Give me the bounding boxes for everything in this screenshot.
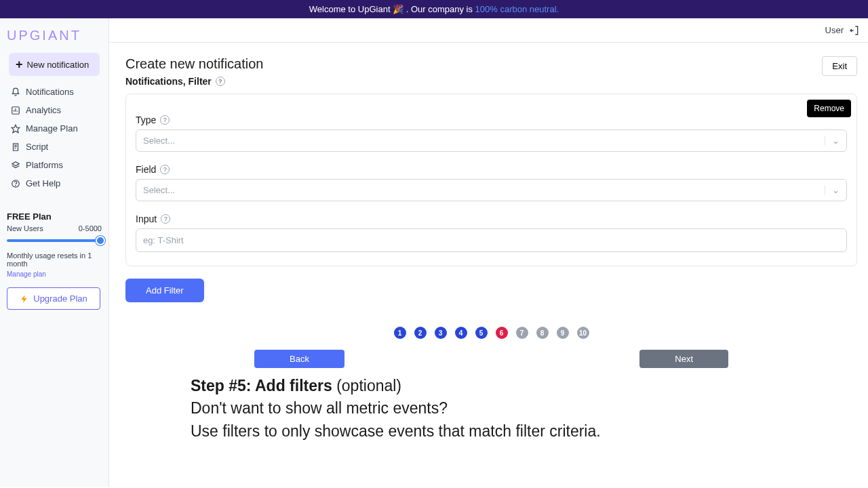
next-button[interactable]: Next xyxy=(639,350,728,368)
logout-icon[interactable] xyxy=(849,25,860,36)
chevron-down-icon: ⌄ xyxy=(825,185,840,195)
topbar: User xyxy=(109,18,868,43)
step-dot-6[interactable]: 6 xyxy=(496,327,508,339)
sidebar-item-label: Get Help xyxy=(26,178,60,188)
field-select[interactable]: Select... ⌄ xyxy=(136,179,847,201)
sidebar-item-label: Notifications xyxy=(26,87,74,97)
announcement-banner: Welcome to UpGiant 🎉 . Our company is 10… xyxy=(0,0,868,18)
brand-logo: UPGIANT xyxy=(4,25,104,50)
sidebar-item-manage-plan[interactable]: Manage Plan xyxy=(7,119,102,138)
plan-name: FREE Plan xyxy=(7,211,102,222)
slider-thumb[interactable] xyxy=(96,236,105,245)
sidebar-item-get-help[interactable]: Get Help xyxy=(7,174,102,192)
page-subtitle: Notifications, Filter xyxy=(125,76,212,87)
chevron-down-icon: ⌄ xyxy=(825,136,840,146)
upgrade-plan-button[interactable]: Upgrade Plan xyxy=(7,287,100,310)
page-title: Create new notification xyxy=(125,56,263,72)
bell-icon xyxy=(11,87,20,97)
plan-box: FREE Plan New Users 0-5000 Monthly usage… xyxy=(4,211,104,310)
step-dot-8[interactable]: 8 xyxy=(536,327,549,339)
new-notification-button[interactable]: + New notification xyxy=(9,53,100,76)
filter-card: Remove Type? Select... ⌄ Field? Select..… xyxy=(125,94,857,266)
svg-point-4 xyxy=(16,185,16,186)
sidebar-item-label: Analytics xyxy=(26,105,61,115)
instruction-line3: Use filters to only showcase events that… xyxy=(191,420,857,443)
chart-icon xyxy=(11,106,20,115)
carbon-neutral-link[interactable]: 100% carbon neutral. xyxy=(475,4,559,14)
help-icon[interactable]: ? xyxy=(161,214,170,224)
step-dot-2[interactable]: 2 xyxy=(414,327,427,339)
step-dot-5[interactable]: 5 xyxy=(475,327,488,339)
star-icon xyxy=(11,124,20,134)
help-icon[interactable]: ? xyxy=(160,165,170,174)
step-dot-10[interactable]: 10 xyxy=(577,327,589,339)
sidebar-item-label: Script xyxy=(26,142,48,152)
sidebar: UPGIANT + New notification Notifications… xyxy=(0,18,109,487)
usage-slider[interactable] xyxy=(7,239,102,242)
step-dot-3[interactable]: 3 xyxy=(435,327,447,339)
sidebar-item-script[interactable]: Script xyxy=(7,138,102,156)
plan-range: 0-5000 xyxy=(79,224,102,232)
banner-text: Welcome to UpGiant 🎉 . Our company is xyxy=(309,4,475,14)
remove-filter-button[interactable]: Remove xyxy=(807,100,851,117)
sidebar-item-label: Manage Plan xyxy=(26,123,78,134)
layers-icon xyxy=(11,161,20,170)
help-circle-icon xyxy=(11,179,20,188)
script-icon xyxy=(11,142,20,152)
sidebar-item-label: Platforms xyxy=(26,160,63,170)
bolt-icon xyxy=(20,294,29,304)
upgrade-label: Upgrade Plan xyxy=(33,293,87,304)
step-indicator: 12345678910 xyxy=(125,327,857,339)
plan-reset-note: Monthly usage resets in 1 month xyxy=(7,251,102,268)
help-icon[interactable]: ? xyxy=(160,115,170,125)
instruction-line2: Don't want to show all metric events? xyxy=(191,397,857,420)
back-button[interactable]: Back xyxy=(254,350,344,368)
instruction-optional: (optional) xyxy=(332,377,401,394)
step-dot-9[interactable]: 9 xyxy=(557,327,569,339)
sidebar-item-notifications[interactable]: Notifications xyxy=(7,83,102,101)
new-notification-label: New notification xyxy=(27,60,90,70)
type-select[interactable]: Select... ⌄ xyxy=(136,129,847,152)
instructions-overlay: Step #5: Add filters (optional) Don't wa… xyxy=(191,375,857,443)
plan-metric: New Users xyxy=(7,224,43,232)
type-label: Type xyxy=(136,115,156,125)
manage-plan-link[interactable]: Manage plan xyxy=(7,270,102,278)
input-field[interactable] xyxy=(136,228,847,252)
type-placeholder: Select... xyxy=(143,136,175,146)
step-dot-1[interactable]: 1 xyxy=(394,327,406,339)
step-dot-4[interactable]: 4 xyxy=(455,327,467,339)
plus-icon: + xyxy=(16,58,23,70)
svg-marker-1 xyxy=(12,125,20,133)
svg-marker-2 xyxy=(12,161,20,165)
add-filter-button[interactable]: Add Filter xyxy=(125,279,204,302)
instruction-title: Step #5: Add filters xyxy=(191,377,332,394)
step-dot-7[interactable]: 7 xyxy=(516,327,528,339)
sidebar-item-platforms[interactable]: Platforms xyxy=(7,156,102,174)
user-label: User xyxy=(825,25,844,35)
sidebar-item-analytics[interactable]: Analytics xyxy=(7,101,102,119)
field-placeholder: Select... xyxy=(143,185,175,195)
input-label: Input xyxy=(136,214,157,224)
help-icon[interactable]: ? xyxy=(216,77,225,86)
field-label: Field xyxy=(136,164,156,175)
exit-button[interactable]: Exit xyxy=(822,56,857,76)
